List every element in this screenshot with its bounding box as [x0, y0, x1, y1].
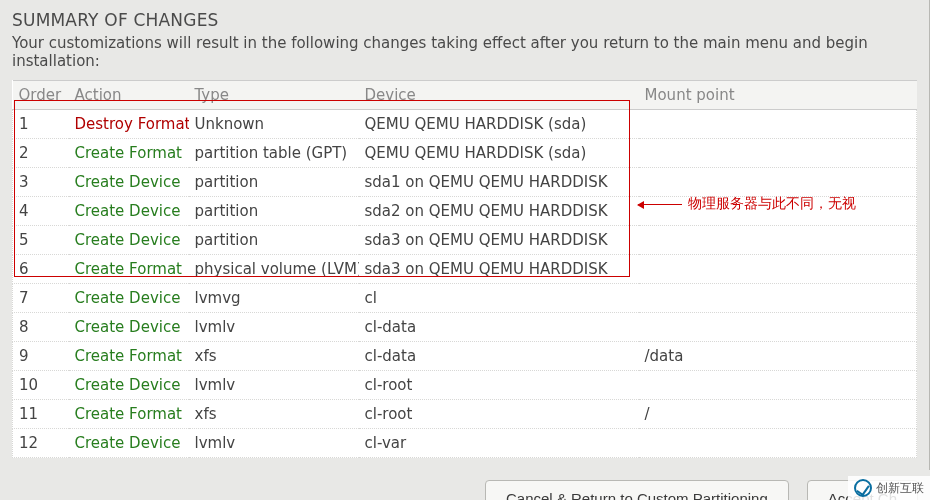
cell-device: cl-root — [359, 400, 639, 429]
watermark-logo-icon — [854, 479, 872, 497]
cell-order: 8 — [13, 313, 69, 342]
cell-mount — [639, 168, 917, 197]
cell-order: 5 — [13, 226, 69, 255]
table-row[interactable]: 2Create Formatpartition table (GPT)QEMU … — [13, 139, 917, 168]
cell-order: 3 — [13, 168, 69, 197]
cell-type: partition — [189, 168, 359, 197]
watermark-text: 创新互联 — [876, 480, 924, 497]
table-row[interactable]: 12Create Devicelvmlvcl-var — [13, 429, 917, 458]
cell-order: 9 — [13, 342, 69, 371]
table-row[interactable]: 10Create Devicelvmlvcl-root — [13, 371, 917, 400]
cell-type: lvmlv — [189, 429, 359, 458]
cell-type: partition table (GPT) — [189, 139, 359, 168]
cell-device: sda2 on QEMU QEMU HARDDISK — [359, 197, 639, 226]
cell-order: 4 — [13, 197, 69, 226]
cell-mount — [639, 226, 917, 255]
cell-mount — [639, 110, 917, 139]
col-mount[interactable]: Mount point — [639, 81, 917, 110]
cell-type: physical volume (LVM) — [189, 255, 359, 284]
table-row[interactable]: 8Create Devicelvmlvcl-data — [13, 313, 917, 342]
cell-device: cl-root — [359, 371, 639, 400]
cell-device: QEMU QEMU HARDDISK (sda) — [359, 110, 639, 139]
cell-order: 6 — [13, 255, 69, 284]
cell-action: Create Device — [69, 371, 189, 400]
cell-mount — [639, 429, 917, 458]
cell-device: sda3 on QEMU QEMU HARDDISK — [359, 255, 639, 284]
table-row[interactable]: 7Create Devicelvmvgcl — [13, 284, 917, 313]
watermark: 创新互联 — [848, 476, 930, 500]
cell-type: Unknown — [189, 110, 359, 139]
table-header-row: Order Action Type Device Mount point — [13, 81, 917, 110]
cell-action: Create Format — [69, 342, 189, 371]
changes-table: Order Action Type Device Mount point 1De… — [12, 80, 917, 458]
cell-type: partition — [189, 226, 359, 255]
cell-device: sda3 on QEMU QEMU HARDDISK — [359, 226, 639, 255]
cell-mount: / — [639, 400, 917, 429]
table-row[interactable]: 4Create Devicepartitionsda2 on QEMU QEMU… — [13, 197, 917, 226]
col-order[interactable]: Order — [13, 81, 69, 110]
cell-device: cl-data — [359, 313, 639, 342]
cell-mount — [639, 284, 917, 313]
cell-order: 11 — [13, 400, 69, 429]
col-action[interactable]: Action — [69, 81, 189, 110]
summary-dialog: SUMMARY OF CHANGES Your customizations w… — [0, 0, 930, 470]
cell-type: xfs — [189, 400, 359, 429]
dialog-title: SUMMARY OF CHANGES — [12, 10, 917, 30]
cell-device: cl — [359, 284, 639, 313]
dialog-subtitle: Your customizations will result in the f… — [12, 34, 917, 70]
cell-action: Create Device — [69, 226, 189, 255]
table-row[interactable]: 3Create Devicepartitionsda1 on QEMU QEMU… — [13, 168, 917, 197]
cell-device: cl-data — [359, 342, 639, 371]
cell-type: partition — [189, 197, 359, 226]
cell-mount: /data — [639, 342, 917, 371]
cell-order: 12 — [13, 429, 69, 458]
cell-action: Create Format — [69, 139, 189, 168]
cell-mount — [639, 197, 917, 226]
table-row[interactable]: 6Create Formatphysical volume (LVM)sda3 … — [13, 255, 917, 284]
cell-order: 2 — [13, 139, 69, 168]
cell-mount — [639, 371, 917, 400]
table-row[interactable]: 1Destroy FormatUnknownQEMU QEMU HARDDISK… — [13, 110, 917, 139]
table-row[interactable]: 5Create Devicepartitionsda3 on QEMU QEMU… — [13, 226, 917, 255]
cell-action: Create Device — [69, 168, 189, 197]
cell-action: Create Format — [69, 400, 189, 429]
cell-action: Destroy Format — [69, 110, 189, 139]
cell-action: Create Device — [69, 429, 189, 458]
cell-type: lvmlv — [189, 371, 359, 400]
cell-device: QEMU QEMU HARDDISK (sda) — [359, 139, 639, 168]
cell-mount — [639, 255, 917, 284]
cell-order: 7 — [13, 284, 69, 313]
cell-device: sda1 on QEMU QEMU HARDDISK — [359, 168, 639, 197]
col-type[interactable]: Type — [189, 81, 359, 110]
table-row[interactable]: 11Create Formatxfscl-root/ — [13, 400, 917, 429]
cell-mount — [639, 139, 917, 168]
cell-type: lvmvg — [189, 284, 359, 313]
cell-order: 10 — [13, 371, 69, 400]
cell-action: Create Device — [69, 284, 189, 313]
table-row[interactable]: 9Create Formatxfscl-data/data — [13, 342, 917, 371]
cell-order: 1 — [13, 110, 69, 139]
cell-mount — [639, 313, 917, 342]
dialog-buttonbar: Cancel & Return to Custom Partitioning A… — [0, 470, 930, 500]
cancel-button[interactable]: Cancel & Return to Custom Partitioning — [485, 480, 789, 500]
cell-action: Create Device — [69, 313, 189, 342]
cell-type: lvmlv — [189, 313, 359, 342]
cell-action: Create Format — [69, 255, 189, 284]
cell-device: cl-var — [359, 429, 639, 458]
cell-action: Create Device — [69, 197, 189, 226]
cell-type: xfs — [189, 342, 359, 371]
col-device[interactable]: Device — [359, 81, 639, 110]
